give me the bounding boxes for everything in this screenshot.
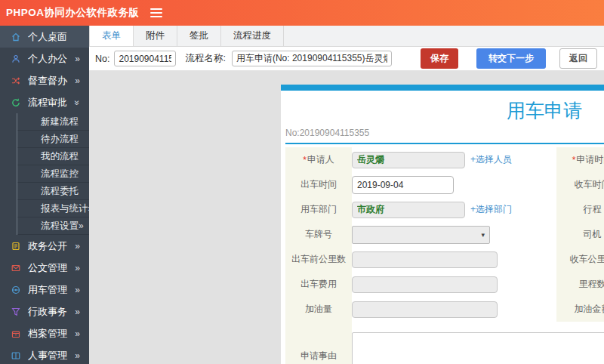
sidebar-item[interactable]: 政务公开» xyxy=(0,235,89,257)
submenu-item-label: 我的流程 xyxy=(41,150,79,163)
sidebar-item[interactable]: 督查督办» xyxy=(0,69,89,91)
main-area: 表单附件签批流程进度 No: 流程名称: 保存 转交下一步 返回 用车申请 No… xyxy=(89,26,604,364)
field-label-plate-number: 车牌号 xyxy=(285,222,352,247)
sidebar-item[interactable]: 人事管理» xyxy=(0,344,89,364)
flow-name-label: 流程名称: xyxy=(185,52,225,65)
tab[interactable]: 附件 xyxy=(134,26,177,46)
sidebar-item[interactable]: 个人桌面 xyxy=(0,26,89,48)
car-icon xyxy=(11,285,22,295)
sidebar-item-label: 流程审批 xyxy=(28,96,67,110)
field-label-text: 里程数 xyxy=(579,278,604,291)
tab[interactable]: 表单 xyxy=(89,26,134,46)
field-label-text: 加油金额 xyxy=(575,303,604,316)
field-label-text: 申请人 xyxy=(307,153,334,166)
plate-number-select[interactable]: ▾ xyxy=(352,226,490,244)
field-label-text: 收车公里数 xyxy=(570,253,604,266)
required-asterisk: * xyxy=(572,155,576,165)
forward-next-step-button[interactable]: 转交下一步 xyxy=(476,48,546,69)
chevron-right-icon: » xyxy=(75,264,80,273)
fuel-amount-input[interactable] xyxy=(352,301,498,318)
sidebar-item[interactable]: 流程审批» xyxy=(0,91,89,113)
tab[interactable]: 签批 xyxy=(177,26,221,46)
field-cell xyxy=(352,176,556,194)
tab[interactable]: 流程进度 xyxy=(221,26,284,46)
form-row: 出车费用里程数 xyxy=(285,272,604,297)
sidebar-item-label: 个人桌面 xyxy=(28,30,67,44)
field-label-km-before: 出车前公里数 xyxy=(285,247,352,272)
sidebar-item[interactable]: 用车管理» xyxy=(0,279,89,301)
field-label-text: 收车时间 xyxy=(575,178,604,191)
field-cell xyxy=(352,301,556,318)
flow-name-input[interactable] xyxy=(232,51,392,66)
submenu-item[interactable]: 流程委托 xyxy=(17,183,89,200)
field-label-text: 用车部门 xyxy=(300,203,337,216)
chevron-right-icon: » xyxy=(75,54,80,63)
depart-time-input[interactable] xyxy=(352,176,454,194)
sidebar-item-label: 行政事务 xyxy=(28,305,67,319)
funnel-icon xyxy=(11,307,22,316)
sidebar-item[interactable]: 行政事务» xyxy=(0,301,89,322)
use-dept-input[interactable] xyxy=(352,202,465,218)
chevron-right-icon: » xyxy=(75,242,80,251)
sidebar-item[interactable]: 公文管理» xyxy=(0,257,89,279)
applicant-input[interactable] xyxy=(352,152,465,168)
submenu-item-label: 流程监控 xyxy=(41,168,79,180)
submenu-item[interactable]: 新建流程 xyxy=(17,113,89,131)
submenu-item-label: 流程设置 xyxy=(41,220,79,233)
submenu-item[interactable]: 我的流程 xyxy=(17,148,89,165)
form-row: 出车时间收车时间 xyxy=(285,172,604,197)
chevron-right-icon: » xyxy=(75,307,80,316)
no-input[interactable] xyxy=(114,51,176,66)
field-label-itinerary: 行程 xyxy=(556,197,604,222)
chevron-right-icon: » xyxy=(75,285,80,295)
field-cell: +选择人员 xyxy=(352,152,556,168)
card-top-bar xyxy=(281,85,604,91)
mail-icon xyxy=(11,263,22,273)
sidebar-item-label: 人事管理 xyxy=(28,349,67,362)
required-asterisk: * xyxy=(303,155,307,165)
sidebar-item[interactable]: 个人办公» xyxy=(0,48,89,69)
sidebar-item-label: 政务公开 xyxy=(28,239,67,253)
book-icon xyxy=(11,241,22,251)
app-title: PHPOA协同办公软件政务版 xyxy=(6,6,140,20)
form-row: 出车前公里数收车公里数 xyxy=(285,247,604,272)
sidebar-item-label: 公文管理 xyxy=(28,261,67,275)
back-button[interactable]: 返回 xyxy=(559,48,597,69)
field-label-mileage: 里程数 xyxy=(556,272,604,297)
sidebar-item-label: 督查督办 xyxy=(28,74,67,88)
chevron-right-icon: » xyxy=(75,351,80,360)
field-label-text: 车牌号 xyxy=(305,228,332,241)
km-before-input[interactable] xyxy=(352,251,498,268)
field-label-text: 司机 xyxy=(584,228,602,241)
field-label-text: 出车前公里数 xyxy=(291,253,346,266)
sidebar-item[interactable]: 档案管理» xyxy=(0,322,89,344)
field-label-text: 申请时间 xyxy=(576,153,604,166)
form-row: 加油量加油金额 xyxy=(285,297,604,322)
sidebar-item-label: 用车管理 xyxy=(28,283,67,297)
save-button[interactable]: 保存 xyxy=(421,48,458,69)
submenu-item-label: 报表与统计 xyxy=(41,202,88,215)
submenu-item[interactable]: 待办流程 xyxy=(17,131,89,148)
submenu-item[interactable]: 报表与统计» xyxy=(17,200,89,217)
submenu-item[interactable]: 流程监控 xyxy=(17,165,89,183)
field-cell xyxy=(352,251,556,268)
select-dept-link[interactable]: +选择部门 xyxy=(470,203,512,216)
reason-textarea[interactable] xyxy=(352,332,604,364)
sidebar-item-label: 档案管理 xyxy=(28,327,67,341)
idcard-icon xyxy=(11,350,22,360)
no-label: No: xyxy=(95,54,109,64)
app-header: PHPOA协同办公软件政务版 xyxy=(0,0,604,26)
select-person-link[interactable]: +选择人员 xyxy=(470,153,512,166)
cost-input[interactable] xyxy=(352,276,498,293)
sidebar: 个人桌面个人办公»督查督办»流程审批»新建流程待办流程我的流程流程监控流程委托报… xyxy=(0,26,89,364)
field-label-driver: 司机 xyxy=(556,222,604,247)
shuffle-icon xyxy=(11,76,22,85)
toolbar: No: 流程名称: 保存 转交下一步 返回 xyxy=(89,47,604,71)
home-icon xyxy=(11,32,22,42)
submenu-item[interactable]: 流程设置» xyxy=(17,217,89,235)
hamburger-menu-icon[interactable] xyxy=(150,6,162,20)
field-label-text: 出车费用 xyxy=(300,278,337,291)
submenu-item-label: 待办流程 xyxy=(41,133,79,146)
tab-bar: 表单附件签批流程进度 xyxy=(89,26,604,47)
field-label-text: 加油量 xyxy=(305,303,332,316)
